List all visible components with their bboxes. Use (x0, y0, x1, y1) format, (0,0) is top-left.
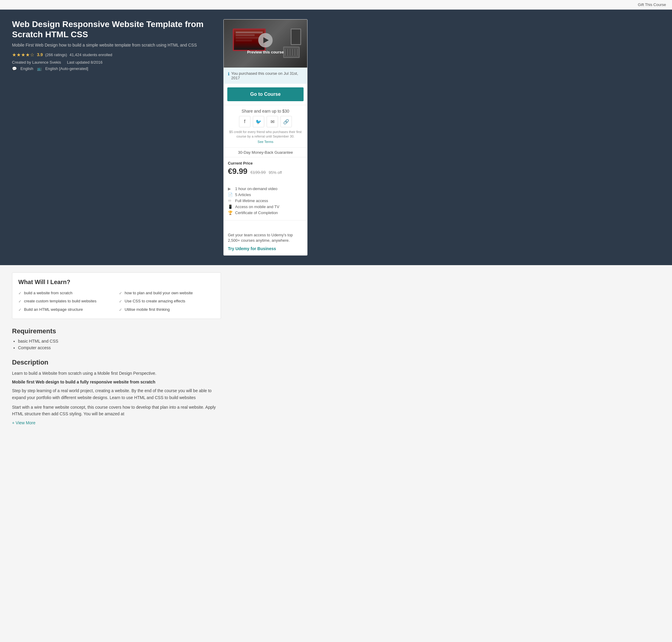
main-content: What Will I Learn? ✓ build a website fro… (0, 265, 330, 441)
includes-list: ▶ 1 hour on-demand video 📄 5 Articles ♾ … (228, 187, 303, 215)
hero-section: Web Design Responsive Website Template f… (0, 10, 672, 265)
check-icon: ✓ (119, 307, 122, 312)
what-learn-title: What Will I Learn? (18, 279, 215, 285)
list-item: 🏆 Certificate of Completion (228, 210, 303, 215)
list-item: basic HTML and CSS (18, 339, 221, 344)
business-title: Training 5 or more people? (228, 224, 303, 230)
play-button[interactable] (258, 33, 273, 48)
view-more-link[interactable]: + View More (12, 420, 36, 425)
requirements-title: Requirements (12, 327, 221, 335)
sidebar-card: Preview this course ℹ You purchased this… (223, 19, 308, 256)
share-email-button[interactable]: ✉ (267, 116, 278, 127)
cc-icon: 📺 (37, 66, 42, 71)
certificate-icon: 🏆 (228, 210, 233, 215)
check-icon: ✓ (119, 299, 122, 304)
enrolled-count: 41,424 students enrolled (69, 53, 112, 57)
content-left: What Will I Learn? ✓ build a website fro… (12, 272, 221, 434)
lifetime-icon: ♾ (228, 198, 233, 203)
guarantee-text: 30-Day Money-Back Guarantee (224, 147, 307, 157)
see-terms-link[interactable]: See Terms (258, 140, 273, 143)
preview-label: Preview this course (247, 50, 284, 54)
video-icon: ▶ (228, 187, 233, 191)
description-section: Description Learn to build a Website fro… (12, 359, 221, 425)
check-icon: ✓ (18, 307, 22, 312)
description-intro: Learn to build a Website from scratch us… (12, 370, 221, 376)
price-section: Current Price €9.99 €199.99 95% off Incl… (224, 157, 307, 220)
purchase-notice-text: You purchased this course on Jul 31st, 2… (231, 71, 303, 80)
learn-item-text: build a website from scratch (24, 290, 72, 296)
meta-row: Created by Laurence Svekis Last updated … (12, 60, 216, 65)
learn-item-text: how to plan and build your own website (125, 290, 193, 296)
ratings-count: (266 ratings) (45, 53, 67, 57)
preview-thumbnail[interactable]: Preview this course (224, 20, 307, 67)
list-item: 📄 5 Articles (228, 192, 303, 197)
play-triangle-icon (263, 37, 269, 43)
discount-badge: 95% off (269, 170, 282, 175)
includes-articles-text: 5 Articles (235, 192, 251, 197)
language-label: English (21, 66, 33, 71)
what-learn-box: What Will I Learn? ✓ build a website fro… (12, 272, 221, 319)
rating-row: ★★★★☆ 3.9 (266 ratings) 41,424 students … (12, 52, 216, 57)
sidebar: Preview this course ℹ You purchased this… (223, 19, 308, 256)
price-row: €9.99 €199.99 95% off (228, 167, 303, 176)
course-subtitle: Mobile First Web Design how to build a s… (12, 42, 216, 48)
share-link-button[interactable]: 🔗 (281, 116, 292, 127)
list-item: ✓ build a website from scratch (18, 290, 114, 296)
try-udemy-business-link[interactable]: Try Udemy for Business (228, 246, 276, 251)
description-title: Description (12, 359, 221, 366)
list-item: ✓ Use CSS to create amazing effects (119, 298, 215, 304)
check-icon: ✓ (119, 291, 122, 296)
language-row: 💬 English 📺 English [Auto-generated] (12, 66, 216, 71)
caption-language-label: English [Auto-generated] (46, 66, 88, 71)
includes-certificate-text: Certificate of Completion (235, 210, 278, 215)
list-item: ✓ how to plan and build your own website (119, 290, 215, 296)
last-updated: Last updated 8/2016 (67, 60, 103, 65)
share-facebook-button[interactable]: f (239, 116, 250, 127)
rating-number: 3.9 (37, 52, 43, 57)
share-title: Share and earn up to $30 (228, 109, 303, 114)
business-section: Training 5 or more people? Get your team… (224, 220, 307, 255)
learn-item-text: Use CSS to create amazing effects (125, 298, 185, 304)
check-icon: ✓ (18, 291, 22, 296)
learn-item-text: Build an HTML webpage structure (24, 307, 83, 312)
includes-mobile-text: Access on mobile and TV (235, 205, 279, 209)
list-item: ▶ 1 hour on-demand video (228, 187, 303, 191)
list-item: ✓ Build an HTML webpage structure (18, 307, 114, 312)
includes-label: Includes (228, 180, 303, 184)
check-icon: ✓ (18, 299, 22, 304)
current-price: €9.99 (228, 167, 247, 176)
list-item: ♾ Full lifetime access (228, 198, 303, 203)
list-item: ✓ create custom templates to build websi… (18, 298, 114, 304)
purchase-notice: ℹ You purchased this course on Jul 31st,… (224, 67, 307, 84)
play-overlay[interactable]: Preview this course (224, 20, 307, 67)
description-bold-line: Mobile first Web design to build a fully… (12, 380, 221, 384)
requirements-section: Requirements basic HTML and CSS Computer… (12, 327, 221, 350)
learn-grid: ✓ build a website from scratch ✓ how to … (18, 290, 215, 312)
hero-content: Web Design Responsive Website Template f… (12, 19, 216, 256)
includes-lifetime-text: Full lifetime access (235, 198, 268, 203)
sidebar-spacer (228, 272, 318, 434)
gift-course-link[interactable]: Gift This Course (638, 2, 666, 7)
includes-video-text: 1 hour on-demand video (235, 187, 277, 191)
share-note: $5 credit for every friend who purchases… (228, 130, 303, 139)
list-item: ✓ Utilise mobile first thinking (119, 307, 215, 312)
description-body-1: Step by step learning of a real world pr… (12, 387, 221, 401)
description-body-2: Start with a wire frame website concept,… (12, 404, 221, 418)
article-icon: 📄 (228, 192, 233, 197)
share-icons-row: f 🐦 ✉ 🔗 (228, 116, 303, 127)
top-bar: Gift This Course (0, 0, 672, 10)
mobile-icon: 📱 (228, 205, 233, 209)
star-icons: ★★★★☆ (12, 52, 35, 57)
list-item: Computer access (18, 345, 221, 350)
speech-icon: 💬 (12, 66, 17, 71)
current-price-label: Current Price (228, 161, 303, 165)
go-to-course-button[interactable]: Go to Course (227, 87, 303, 101)
learn-item-text: create custom templates to build website… (24, 298, 96, 304)
business-desc: Get your team access to Udemy's top 2,50… (228, 232, 303, 243)
course-title: Web Design Responsive Website Template f… (12, 19, 216, 39)
requirements-list: basic HTML and CSS Computer access (12, 339, 221, 350)
list-item: 📱 Access on mobile and TV (228, 205, 303, 209)
share-section: Share and earn up to $30 f 🐦 ✉ 🔗 $5 cred… (224, 105, 307, 147)
share-twitter-button[interactable]: 🐦 (253, 116, 264, 127)
created-by: Created by Laurence Svekis (12, 60, 61, 65)
